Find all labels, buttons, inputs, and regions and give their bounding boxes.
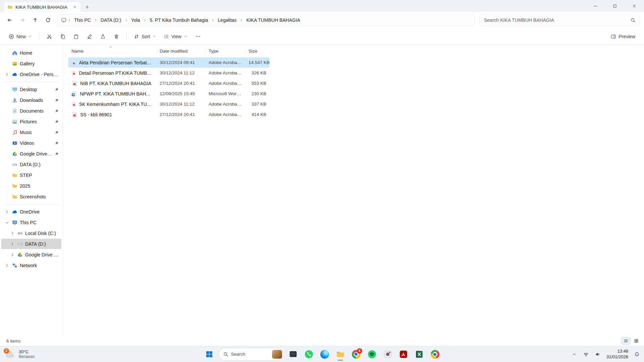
this-pc-icon [61, 17, 67, 23]
column-header-name[interactable]: Name [68, 48, 157, 55]
minimize-button[interactable] [586, 0, 605, 12]
sidebar-item-data-d[interactable]: DATA (D:) [1, 159, 61, 170]
file-row[interactable]: Detail Perseroan PT.KIKA TUMBUH BAHA... … [68, 68, 269, 78]
sort-button[interactable]: Sort [130, 31, 160, 43]
cut-button[interactable] [43, 31, 56, 43]
file-explorer-button[interactable] [334, 348, 347, 361]
details-view-toggle[interactable] [621, 337, 630, 345]
close-button[interactable] [625, 0, 644, 12]
paste-button[interactable] [70, 31, 83, 43]
sidebar-item-gallery[interactable]: Gallery [1, 58, 61, 69]
sidebar-item-label: Videos [20, 140, 52, 146]
chrome-button[interactable]: 4 [350, 348, 363, 361]
desktop-icon [11, 87, 18, 92]
search-box [480, 14, 640, 26]
new-button[interactable]: New [5, 31, 35, 43]
view-button[interactable]: View [160, 31, 191, 43]
chevron-right-icon[interactable] [9, 231, 15, 235]
delete-button[interactable] [110, 31, 123, 43]
breadcrumb-item[interactable]: Legalitas [215, 16, 239, 24]
chevron-right-icon[interactable] [4, 72, 10, 76]
breadcrumb-item[interactable]: DATA (D:) [98, 16, 124, 24]
gallery-icon [11, 61, 18, 66]
tab-close-icon[interactable] [71, 3, 79, 11]
breadcrumb-item[interactable]: 5. PT Kika Tumbuh Bahagia [147, 16, 210, 24]
word-file-icon [71, 91, 77, 97]
sidebar-item-onedrive[interactable]: OneDrive [1, 206, 61, 217]
notification-center-button[interactable] [633, 349, 641, 359]
sidebar-item-pictures[interactable]: Pictures [1, 116, 61, 127]
section-gap [0, 202, 63, 206]
browser-button[interactable] [428, 348, 442, 361]
share-button[interactable] [97, 31, 109, 43]
maximize-button[interactable] [605, 0, 625, 12]
column-header-type[interactable]: Type [206, 48, 246, 55]
pdf-file-icon [71, 101, 76, 107]
sidebar-item-screenshots[interactable]: Screenshots [1, 191, 61, 202]
pin-icon [54, 109, 59, 113]
sidebar-item-music[interactable]: Music [1, 127, 61, 137]
sidebar-item-onedrive-personal[interactable]: OneDrive - Personal [1, 69, 61, 79]
tray-chevron-up[interactable] [570, 349, 579, 359]
thumbnails-view-toggle[interactable] [632, 337, 641, 345]
taskbar-search[interactable] [218, 348, 284, 361]
taskbar-search-input[interactable] [231, 352, 269, 357]
sidebar-item-network[interactable]: Network [1, 260, 61, 270]
sidebar-item-home[interactable]: Home [1, 48, 61, 58]
rename-button[interactable] [83, 31, 96, 43]
chevron-right-icon[interactable] [9, 253, 15, 257]
breadcrumb-item[interactable]: KIKA TUMBUH BAHAGIA [244, 16, 303, 24]
column-header-size[interactable]: Size [246, 48, 269, 55]
acrobat-button[interactable] [397, 348, 410, 361]
chevron-down-icon[interactable] [4, 221, 10, 225]
file-row[interactable]: SS - kbli 86901 27/12/2024 20:41 Adobe A… [68, 109, 269, 120]
preview-button[interactable]: Preview [607, 31, 639, 43]
chevron-right-icon[interactable] [4, 210, 10, 214]
file-row[interactable]: Akta Pendirian Perseroan Terbatas PT.KIK… [68, 57, 269, 68]
new-tab-button[interactable] [83, 3, 91, 11]
spotify-button[interactable] [365, 348, 379, 361]
sidebar-item-documents[interactable]: Documents [1, 106, 61, 116]
edge-button[interactable] [318, 348, 331, 361]
start-button[interactable] [203, 348, 216, 361]
chevron-right-icon[interactable] [9, 242, 15, 246]
more-options-button[interactable] [192, 31, 204, 43]
whatsapp-button[interactable] [302, 348, 316, 361]
clock[interactable]: 13:48 31/01/2026 [605, 348, 630, 361]
sidebar-item-step[interactable]: STEP [1, 170, 61, 180]
gray-app-button[interactable] [381, 348, 394, 361]
sidebar-item-this-pc[interactable]: This PC [1, 217, 61, 228]
explorer-tab[interactable]: KIKA TUMBUH BAHAGIA [3, 2, 81, 12]
network-tray-button[interactable] [582, 349, 590, 359]
copy-button[interactable] [56, 31, 69, 43]
volume-tray-button[interactable] [593, 349, 602, 359]
search-input[interactable] [484, 17, 628, 23]
sidebar-item-google-drive[interactable]: Google Drive (G:) [1, 148, 61, 159]
file-row[interactable]: SK Kemenkumham PT. KIKA TUMBUH B... 30/1… [68, 99, 269, 109]
breadcrumb-item[interactable]: This PC [72, 16, 93, 24]
sidebar-item-videos[interactable]: Videos [1, 138, 61, 148]
chevron-right-icon[interactable] [4, 263, 10, 267]
sidebar-item-downloads[interactable]: Downloads [1, 95, 61, 105]
thumbnails-view-icon [634, 339, 639, 343]
back-button[interactable] [4, 14, 15, 26]
sidebar-item-desktop[interactable]: Desktop [1, 84, 61, 95]
sidebar-item-2025[interactable]: 2025 [1, 181, 61, 191]
sidebar-item-local-disk-c[interactable]: Local Disk (C:) [1, 228, 61, 238]
widgets-weather-button[interactable]: 2 30°C Berawan [3, 346, 37, 362]
folder-icon [11, 183, 18, 189]
column-header-date-modified[interactable]: Date modified [157, 48, 206, 55]
sidebar-item-label: Gallery [20, 61, 59, 66]
dark-app-button[interactable] [286, 348, 300, 361]
up-button[interactable] [30, 14, 41, 26]
excel-button[interactable] [413, 348, 426, 361]
refresh-button[interactable] [42, 14, 54, 26]
sidebar-item-data-d-tree[interactable]: DATA (D:) [1, 239, 61, 249]
file-name: SK Kemenkumham PT. KIKA TUMBUH B... [79, 102, 154, 107]
file-row[interactable]: NIB PT. KIKA TUMBUH BAHAGIA 27/12/2024 2… [68, 78, 269, 88]
file-row[interactable]: NPWP PT. KIKA TUMBUH BAHAGIA 12/09/2025 … [68, 88, 269, 99]
forward-button[interactable] [17, 14, 28, 26]
pin-icon [54, 141, 59, 145]
sidebar-item-google-drive-tree[interactable]: Google Drive (G:) [1, 249, 61, 260]
breadcrumb-item[interactable]: Yola [129, 16, 143, 24]
